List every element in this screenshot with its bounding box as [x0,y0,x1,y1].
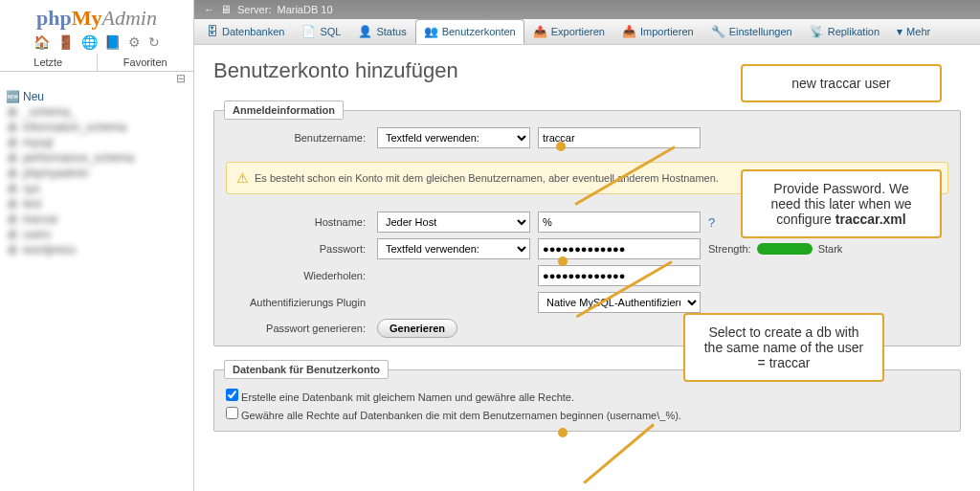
strength-label: Strength: [708,243,751,255]
wrench-icon: 🔧 [711,25,725,38]
tab-sql[interactable]: 📄SQL [293,19,349,44]
tree-db-item[interactable]: ⊞performance_schema [6,150,188,166]
tab-recent[interactable]: Letzte [0,54,98,71]
tree-new[interactable]: 🆕 Neu [6,89,188,104]
label-password: Passwort: [226,243,369,255]
refresh-icon[interactable]: ↻ [148,34,160,50]
status-icon: 👤 [358,25,372,38]
logo[interactable]: phpMyAdmin [0,0,193,33]
db-icon: 🗄 [207,25,218,38]
main: ← 🖥 Server: MariaDB 10 🗄Datenbanken 📄SQL… [194,0,980,491]
help-icon[interactable]: ? [708,215,715,230]
tree-db-item[interactable]: ⊞_schema_ [6,104,188,120]
tree-db-item[interactable]: ⊞information_schema [6,120,188,135]
input-repeat-password[interactable] [538,265,701,286]
check-grant-wildcard[interactable]: Gewähre alle Rechte auf Datenbanken die … [226,405,948,423]
tab-settings[interactable]: 🔧Einstellungen [702,19,801,44]
warning-icon: ⚠ [236,170,249,186]
label-repeat: Wiederholen: [226,270,369,281]
tree-db-item[interactable]: ⊞users [6,227,188,242]
callout-create-db: Select to create a db with the same name… [683,313,884,382]
tab-databases[interactable]: 🗄Datenbanken [198,19,293,44]
breadcrumb: ← 🖥 Server: MariaDB 10 [194,0,980,19]
legend-login-info: Anmeldeinformation [224,100,344,120]
tree-db-item[interactable]: ⊞phpmyadmin [6,166,188,181]
tree-db-item[interactable]: ⊞sys [6,181,188,196]
users-icon: 👥 [424,25,438,38]
sidebar: phpMyAdmin 🏠 🚪 🌐 📘 ⚙ ↻ Letzte Favoriten … [0,0,194,491]
home-icon[interactable]: 🏠 [33,34,50,50]
callout-new-user: new traccar user [741,64,942,102]
generate-password-button[interactable]: Generieren [377,319,457,338]
check-create-db[interactable]: Erstelle eine Datenbank mit gleichem Nam… [226,387,948,405]
select-password-mode[interactable]: Textfeld verwenden: [377,238,530,259]
gear-icon[interactable]: ⚙ [128,34,141,50]
password-strength: Strength: Stark [708,243,948,255]
tab-users[interactable]: 👥Benutzerkonten [415,19,524,44]
nav-tabs: Letzte Favoriten [0,54,193,72]
replication-icon: 📡 [810,25,824,38]
label-username: Benutzername: [226,132,369,144]
tree-db-item[interactable]: ⊞mysql [6,135,188,150]
checkbox-create-db[interactable] [226,389,238,401]
warning-text: Es besteht schon ein Konto mit dem gleic… [255,172,719,184]
tab-more[interactable]: ▾Mehr [888,19,939,44]
back-icon[interactable]: ← [204,4,214,15]
server-name[interactable]: MariaDB 10 [277,4,332,15]
tab-export[interactable]: 📤Exportieren [524,19,613,44]
dropdown-icon: ▾ [897,25,902,38]
select-authplugin[interactable]: Native MySQL-Authentifizierung [538,292,701,313]
exit-icon[interactable]: 🚪 [57,34,74,50]
tree-db-item[interactable]: ⊞test [6,196,188,212]
export-icon: 📤 [533,25,547,38]
server-label: Server: [237,4,271,15]
callout-password: Provide Password. We need this later whe… [741,169,942,238]
server-icon: 🖥 [220,3,232,16]
label-authplugin: Authentifizierungs Plugin [226,297,369,308]
tree-db-item[interactable]: ⊞wordpress [6,242,188,257]
docs-icon[interactable]: 📘 [104,34,121,50]
tree-db-item[interactable]: ⊞traccar [6,212,188,227]
label-genpass: Passwort generieren: [226,323,369,334]
collapse-icon[interactable]: ⊟ [0,72,193,85]
select-username-mode[interactable]: Textfeld verwenden: [377,127,530,148]
globe-icon[interactable]: 🌐 [81,34,98,50]
input-hostname[interactable] [538,212,701,233]
tab-favorites[interactable]: Favoriten [98,54,194,71]
import-icon: 📥 [622,25,636,38]
tree-new-label: Neu [23,90,44,103]
select-hostname-mode[interactable]: Jeder Host [377,212,530,233]
legend-database: Datenbank für Benutzerkonto [224,360,389,379]
tab-import[interactable]: 📥Importieren [613,19,702,44]
top-tabs: 🗄Datenbanken 📄SQL 👤Status 👥Benutzerkonte… [194,19,980,45]
label-hostname: Hostname: [226,216,369,228]
sql-icon: 📄 [301,25,316,38]
tab-replication[interactable]: 📡Replikation [801,19,888,44]
db-tree: 🆕 Neu ⊞_schema_ ⊞information_schema ⊞mys… [0,85,193,261]
strength-value: Stark [818,243,843,255]
new-icon: 🆕 [6,90,19,103]
tab-status[interactable]: 👤Status [349,19,414,44]
strength-bar [757,243,813,255]
quick-icons: 🏠 🚪 🌐 📘 ⚙ ↻ [0,33,193,54]
checkbox-grant-wildcard[interactable] [226,407,238,419]
